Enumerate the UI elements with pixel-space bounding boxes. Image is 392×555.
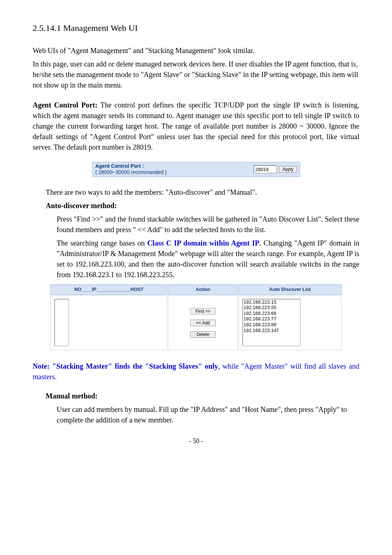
auto-discover-listbox[interactable]: 192.168.223.15192.168.223.55192.168.223.… bbox=[242, 299, 301, 346]
td-action: Find >> << Add Delete bbox=[168, 296, 238, 351]
auto-discover-p1: Press "Find >>" and the found stackable … bbox=[57, 214, 359, 235]
add-button[interactable]: << Add bbox=[190, 320, 216, 326]
paragraph-intro-1: Web UIs of "Agent Management" and "Stack… bbox=[33, 45, 359, 56]
paragraph-two-ways: There are two ways to add the members: "… bbox=[33, 187, 359, 198]
manual-method-p1: User can add members by manual. Fill up … bbox=[33, 404, 359, 425]
td-auto-list: 192.168.223.15192.168.223.55192.168.223.… bbox=[238, 296, 342, 351]
delete-button[interactable]: Delete bbox=[190, 331, 216, 338]
port-input[interactable] bbox=[254, 165, 277, 173]
auto-discover-heading: Auto-discover method: bbox=[33, 200, 359, 211]
auto-discover-option[interactable]: 192.168.223.147 bbox=[243, 328, 300, 333]
paragraph-agent-control-port: Agent Control Port: The control port def… bbox=[33, 100, 359, 153]
port-figure-label-line1: Agent Control Port : bbox=[95, 163, 254, 170]
td-no-ip-host bbox=[50, 296, 167, 351]
page-number: - 50 - bbox=[33, 436, 359, 446]
auto-discover-option[interactable]: 192.168.223.77 bbox=[243, 316, 300, 322]
note-bold: Note: "Stacking Master" finds the "Stack… bbox=[33, 362, 218, 370]
apply-button[interactable]: Apply bbox=[279, 166, 297, 173]
th-no-ip-host: NO____IP_____________HOST bbox=[50, 284, 167, 295]
auto-discover-option[interactable]: 192.168.223.15 bbox=[243, 299, 300, 305]
auto-p2-pre: The searching range bases on bbox=[57, 239, 147, 247]
agent-control-port-label: Agent Control Port: bbox=[33, 101, 97, 109]
auto-p2-link: Class C IP domain within Agent IP bbox=[147, 239, 260, 247]
paragraph-intro-2: In this page, user can add or delete man… bbox=[33, 59, 359, 90]
auto-discover-figure: NO____IP_____________HOST Action Auto Di… bbox=[50, 284, 342, 351]
note-paragraph: Note: "Stacking Master" finds the "Stack… bbox=[33, 361, 359, 382]
auto-discover-p2: The searching range bases on Class C IP … bbox=[57, 238, 359, 280]
member-listbox[interactable] bbox=[54, 299, 69, 346]
port-figure-label-line2: ( 28000~30000 recommanded ) bbox=[95, 169, 254, 176]
auto-discover-option[interactable]: 192.168.223.88 bbox=[243, 322, 300, 328]
manual-method-heading: Manual method: bbox=[33, 391, 359, 401]
auto-discover-option[interactable]: 192.168.223.55 bbox=[243, 305, 300, 311]
auto-discover-option[interactable]: 192.168.223.66 bbox=[243, 311, 300, 316]
th-auto-discover-list: Auto Discover List bbox=[238, 284, 342, 295]
find-button[interactable]: Find >> bbox=[190, 308, 216, 315]
agent-control-port-figure: Agent Control Port : ( 28000~30000 recom… bbox=[92, 162, 300, 177]
section-heading: 2.5.14.1 Management Web UI bbox=[33, 22, 359, 35]
port-figure-label: Agent Control Port : ( 28000~30000 recom… bbox=[95, 163, 254, 176]
th-action: Action bbox=[168, 284, 238, 295]
